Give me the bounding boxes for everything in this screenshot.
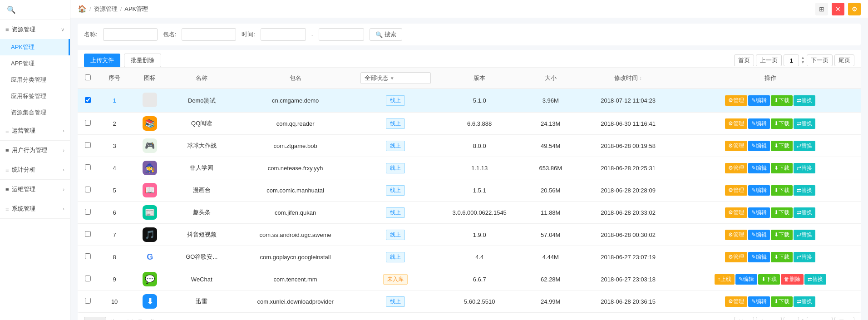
table-header-row: 序号 图标 名称 包名 全部状态 ▼ 版本 大小 修改时间 ↕ [78, 68, 861, 89]
row-checkbox[interactable] [85, 97, 91, 103]
close-icon-btn[interactable]: ✕ [832, 3, 844, 15]
op-edit-button[interactable]: ✎编辑 [748, 95, 770, 106]
row-checkbox[interactable] [85, 253, 91, 259]
page-down-arrow[interactable]: ▼ [801, 60, 805, 65]
breadcrumb-resource[interactable]: 资源管理 [94, 5, 118, 13]
sidebar-group-ops-title[interactable]: ≡ 运营管理 › [0, 121, 70, 140]
upload-file-button[interactable]: 上传文件 [84, 54, 120, 67]
op-download-button[interactable]: ⬇下载 [758, 274, 780, 285]
op-replace-button[interactable]: ⇄替换 [794, 185, 815, 196]
op-replace-button[interactable]: ⇄替换 [794, 95, 815, 106]
grid-icon-btn[interactable]: ⊞ [815, 3, 828, 15]
op-manage-button[interactable]: ⚙管理 [725, 296, 747, 307]
op-edit-button[interactable]: ✎编辑 [735, 274, 757, 285]
page-number-input[interactable] [784, 54, 799, 66]
op-replace-button[interactable]: ⇄替换 [794, 141, 815, 151]
col-header-time[interactable]: 修改时间 ↕ [577, 68, 680, 89]
sidebar-group-resource-title[interactable]: ≡ 资源管理 ∨ [0, 20, 70, 39]
search-icon[interactable]: 🔍 [7, 6, 16, 14]
app-icon-circle: ⬇ [143, 294, 157, 309]
row-checkbox[interactable] [85, 209, 91, 215]
sidebar-item-resource-set[interactable]: 资源集合管理 [0, 104, 70, 121]
op-edit-button[interactable]: ✎编辑 [748, 296, 770, 307]
op-download-button[interactable]: ⬇下载 [771, 296, 793, 307]
row-checkbox[interactable] [85, 231, 91, 237]
op-edit-button[interactable]: ✎编辑 [748, 230, 770, 240]
op-replace-button[interactable]: ⇄替换 [794, 118, 815, 129]
time-end-input[interactable] [319, 28, 364, 41]
op-download-button[interactable]: ⬇下载 [771, 163, 793, 173]
sidebar-item-app-tag[interactable]: 应用标签管理 [0, 88, 70, 104]
op-manage-button[interactable]: ⚙管理 [725, 252, 747, 262]
home-icon[interactable]: 🏠 [78, 5, 87, 13]
bottom-page-up-arrow[interactable]: ▲ [801, 318, 805, 320]
prev-page-btn[interactable]: 上一页 [756, 54, 782, 66]
sidebar-group-devops-title[interactable]: ≡ 运维管理 › [0, 180, 70, 199]
settings-icon-btn[interactable]: ⚙ [848, 3, 861, 15]
op-download-button[interactable]: ⬇下载 [771, 252, 793, 262]
op-edit-button[interactable]: ✎编辑 [748, 118, 770, 129]
row-time-cell: 2018-07-12 11:04:23 [577, 89, 680, 113]
op-download-button[interactable]: ⬇下载 [771, 230, 793, 240]
sidebar-item-app-category[interactable]: 应用分类管理 [0, 72, 70, 88]
status-filter-dropdown[interactable]: 全部状态 ▼ [360, 72, 431, 84]
op-edit-button[interactable]: ✎编辑 [748, 252, 770, 262]
row-checkbox[interactable] [85, 298, 91, 304]
op-replace-button[interactable]: ⇄替换 [794, 252, 815, 262]
sidebar-group-stats-title[interactable]: ≡ 统计分析 › [0, 160, 70, 179]
sidebar-search-area[interactable]: 🔍 [0, 0, 70, 20]
seq-number-link[interactable]: 1 [113, 97, 116, 104]
col-header-status[interactable]: 全部状态 ▼ [357, 68, 434, 89]
sidebar-group-user-behavior-title[interactable]: ≡ 用户行为管理 › [0, 141, 70, 160]
last-page-btn[interactable]: 尾页 [834, 54, 854, 66]
row-version-cell: 4.4 [434, 246, 525, 268]
op-manage-button[interactable]: ⚙管理 [725, 118, 747, 129]
op-replace-button[interactable]: ⇄替换 [804, 274, 826, 285]
bottom-last-page-btn[interactable]: 尾页 [834, 317, 854, 320]
bottom-prev-page-btn[interactable]: 上一页 [756, 317, 782, 320]
op-delete-button[interactable]: 🗑删除 [781, 274, 804, 285]
sidebar-item-app[interactable]: APP管理 [0, 55, 70, 72]
op-manage-button[interactable]: ⚙管理 [725, 163, 747, 173]
op-edit-button[interactable]: ✎编辑 [748, 163, 770, 173]
op-edit-button[interactable]: ✎编辑 [748, 141, 770, 151]
row-checkbox[interactable] [85, 142, 91, 148]
op-download-button[interactable]: ⬇下载 [771, 207, 793, 218]
row-checkbox[interactable] [85, 164, 91, 170]
op-replace-button[interactable]: ⇄替换 [794, 163, 815, 173]
per-page-select[interactable]: 10 20 50 [84, 317, 106, 320]
op-manage-button[interactable]: ⚙管理 [725, 185, 747, 196]
first-page-btn[interactable]: 首页 [734, 54, 754, 66]
batch-delete-button[interactable]: 批量删除 [124, 54, 161, 67]
time-start-input[interactable] [261, 28, 306, 41]
op-download-button[interactable]: ⬇下载 [771, 185, 793, 196]
row-checkbox[interactable] [85, 276, 91, 281]
name-filter-input[interactable] [103, 28, 158, 41]
op-manage-button[interactable]: ⚙管理 [725, 230, 747, 240]
op-replace-button[interactable]: ⇄替换 [794, 230, 815, 240]
op-manage-button[interactable]: ⚙管理 [725, 95, 747, 106]
op-replace-button[interactable]: ⇄替换 [794, 207, 815, 218]
row-checkbox[interactable] [85, 120, 91, 126]
sidebar-group-system-title[interactable]: ≡ 系统管理 › [0, 199, 70, 218]
sidebar-item-apk[interactable]: APK管理 [0, 39, 70, 55]
op-edit-button[interactable]: ✎编辑 [748, 185, 770, 196]
bottom-next-page-btn[interactable]: 下一页 [807, 317, 833, 320]
op-edit-button[interactable]: ✎编辑 [748, 207, 770, 218]
select-all-checkbox[interactable] [85, 74, 91, 80]
op-download-button[interactable]: ⬇下载 [771, 95, 793, 106]
bottom-first-page-btn[interactable]: 首页 [734, 317, 754, 320]
search-button[interactable]: 🔍 搜索 [370, 28, 402, 41]
op-online-button[interactable]: ↑上线 [715, 274, 735, 285]
bottom-page-number-input[interactable] [784, 317, 799, 320]
row-status-cell: 线上 [357, 224, 434, 246]
op-replace-button[interactable]: ⇄替换 [794, 296, 815, 307]
pkg-filter-input[interactable] [182, 28, 236, 41]
row-checkbox[interactable] [85, 187, 91, 192]
op-manage-button[interactable]: ⚙管理 [725, 207, 747, 218]
next-page-btn[interactable]: 下一页 [807, 54, 833, 66]
op-download-button[interactable]: ⬇下载 [771, 118, 793, 129]
op-download-button[interactable]: ⬇下载 [771, 141, 793, 151]
op-manage-button[interactable]: ⚙管理 [725, 141, 747, 151]
row-status-cell: 未入库 [357, 268, 434, 290]
